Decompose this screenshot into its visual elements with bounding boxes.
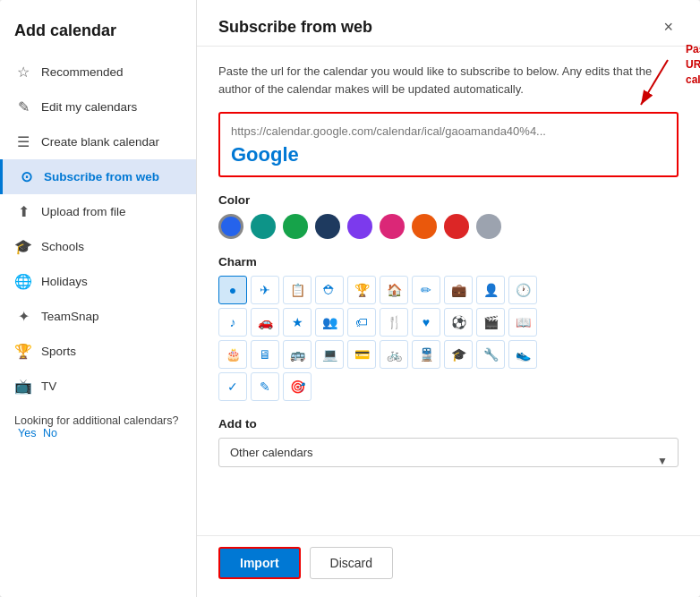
color-navy[interactable] xyxy=(315,214,340,239)
color-pink[interactable] xyxy=(380,214,405,239)
sidebar-label-edit: Edit my calendars xyxy=(41,100,137,114)
panel-footer: Import Discard xyxy=(197,535,700,597)
charm-train[interactable]: 🚆 xyxy=(412,340,440,369)
sidebar: Add calendar ☆ Recommended ✎ Edit my cal… xyxy=(0,0,197,597)
annotation-text: Paste the Google calendar URL and name t… xyxy=(686,42,700,87)
sidebar-item-recommended[interactable]: ☆ Recommended xyxy=(0,55,196,90)
charm-book[interactable]: 📖 xyxy=(508,308,537,337)
create-icon: ☰ xyxy=(14,133,32,150)
color-red[interactable] xyxy=(444,214,469,239)
panel: Subscribe from web × Paste the url for t… xyxy=(197,0,700,597)
charm-movie[interactable]: 🎬 xyxy=(476,308,505,337)
sidebar-label-holidays: Holidays xyxy=(41,275,88,288)
teamsnap-icon: ✦ xyxy=(14,308,32,325)
charm-wrench[interactable]: 🔧 xyxy=(476,340,505,369)
charm-cake[interactable]: 🎂 xyxy=(218,340,247,369)
sidebar-title: Add calendar xyxy=(0,14,196,55)
sidebar-label-subscribe: Subscribe from web xyxy=(44,170,159,183)
sidebar-item-subscribe[interactable]: ⊙ Subscribe from web xyxy=(0,159,196,194)
charm-label: Charm xyxy=(218,255,679,269)
color-blue[interactable] xyxy=(218,214,243,239)
charm-briefcase[interactable]: 💼 xyxy=(444,276,473,304)
recommended-icon: ☆ xyxy=(14,64,32,81)
charm-medical[interactable]: ⛑ xyxy=(315,276,344,304)
charm-home[interactable]: 🏠 xyxy=(380,276,408,304)
charm-note[interactable]: ♪ xyxy=(218,308,247,337)
charm-graduation[interactable]: 🎓 xyxy=(444,340,473,369)
color-teal[interactable] xyxy=(251,214,276,239)
holidays-icon: 🌐 xyxy=(14,273,32,290)
upload-icon: ⬆ xyxy=(14,203,32,220)
panel-header: Subscribe from web × xyxy=(197,0,700,47)
schools-icon: 🎓 xyxy=(14,238,32,255)
color-orange[interactable] xyxy=(412,214,437,239)
edit-icon: ✎ xyxy=(14,98,32,115)
charm-person[interactable]: 👤 xyxy=(476,276,505,304)
charm-card[interactable]: 💳 xyxy=(347,340,376,369)
charm-monitor[interactable]: 🖥 xyxy=(251,340,279,369)
charm-target[interactable]: 🎯 xyxy=(283,372,312,401)
sidebar-item-tv[interactable]: 📺 TV xyxy=(0,369,196,404)
charm-bus[interactable]: 🚌 xyxy=(283,340,312,369)
sidebar-label-teamsnap: TeamSnap xyxy=(41,310,99,323)
charm-star[interactable]: ★ xyxy=(283,308,312,337)
sidebar-label-tv: TV xyxy=(41,380,56,393)
discard-button[interactable]: Discard xyxy=(310,547,393,579)
sidebar-item-sports[interactable]: 🏆 Sports xyxy=(0,334,196,369)
charm-heart[interactable]: ♥ xyxy=(412,308,440,337)
import-button[interactable]: Import xyxy=(218,547,301,579)
add-to-select[interactable]: Other calendars My calendars xyxy=(218,438,679,467)
sidebar-label-create: Create blank calendar xyxy=(41,135,159,149)
charm-soccer[interactable]: ⚽ xyxy=(444,308,473,337)
charm-tag[interactable]: 🏷 xyxy=(347,308,376,337)
add-to-label: Add to xyxy=(218,417,679,431)
charm-shoe[interactable]: 👟 xyxy=(508,340,537,369)
sidebar-label-schools: Schools xyxy=(41,240,84,253)
footer-no-link[interactable]: No xyxy=(43,427,57,439)
sidebar-footer: Looking for additional calendars? Yes No xyxy=(0,404,196,450)
url-input[interactable] xyxy=(231,124,666,138)
charm-person2[interactable]: 👥 xyxy=(315,308,344,337)
sidebar-label-sports: Sports xyxy=(41,345,76,358)
description-text: Paste the url for the calendar you would… xyxy=(218,63,679,98)
charm-plane[interactable]: ✈ xyxy=(251,276,279,304)
color-label: Color xyxy=(218,193,679,207)
charm-clipboard[interactable]: 📋 xyxy=(283,276,312,304)
charm-fork[interactable]: 🍴 xyxy=(380,308,408,337)
sidebar-item-upload[interactable]: ⬆ Upload from file xyxy=(0,194,196,229)
dropdown-wrapper: Other calendars My calendars ▼ xyxy=(218,438,679,483)
charm-bike[interactable]: 🚲 xyxy=(380,340,408,369)
sidebar-item-holidays[interactable]: 🌐 Holidays xyxy=(0,264,196,299)
charm-car[interactable]: 🚗 xyxy=(251,308,279,337)
modal-container: Add calendar ☆ Recommended ✎ Edit my cal… xyxy=(0,0,700,597)
url-name-box: Google Paste the Google calendar URL and… xyxy=(218,112,679,177)
calendar-name[interactable]: Google xyxy=(231,143,666,166)
subscribe-icon: ⊙ xyxy=(17,168,35,185)
close-button[interactable]: × xyxy=(658,16,679,38)
footer-text: Looking for additional calendars? xyxy=(14,414,178,427)
sidebar-item-edit-calendars[interactable]: ✎ Edit my calendars xyxy=(0,90,196,124)
charm-grid: ● ✈ 📋 ⛑ 🏆 🏠 ✏ 💼 👤 🕐 ♪ 🚗 ★ 👥 🏷 🍴 ♥ ⚽ � xyxy=(218,276,679,401)
charm-pencil[interactable]: ✏ xyxy=(412,276,440,304)
sidebar-item-teamsnap[interactable]: ✦ TeamSnap xyxy=(0,299,196,334)
footer-yes-link[interactable]: Yes xyxy=(18,427,36,439)
color-purple[interactable] xyxy=(347,214,372,239)
panel-body: Paste the url for the calendar you would… xyxy=(197,47,700,535)
sidebar-label-recommended: Recommended xyxy=(41,65,124,79)
charm-clock[interactable]: 🕐 xyxy=(508,276,537,304)
sports-icon: 🏆 xyxy=(14,343,32,360)
sidebar-item-schools[interactable]: 🎓 Schools xyxy=(0,229,196,264)
charm-circle[interactable]: ● xyxy=(218,276,247,304)
panel-title: Subscribe from web xyxy=(218,18,372,37)
charm-trophy[interactable]: 🏆 xyxy=(347,276,376,304)
tv-icon: 📺 xyxy=(14,378,32,395)
color-row xyxy=(218,214,679,239)
color-gray[interactable] xyxy=(476,214,501,239)
color-green[interactable] xyxy=(283,214,308,239)
charm-check[interactable]: ✓ xyxy=(218,372,247,401)
sidebar-item-create-blank[interactable]: ☰ Create blank calendar xyxy=(0,124,196,159)
sidebar-label-upload: Upload from file xyxy=(41,205,126,218)
charm-pencil2[interactable]: ✎ xyxy=(251,372,279,401)
charm-laptop[interactable]: 💻 xyxy=(315,340,344,369)
